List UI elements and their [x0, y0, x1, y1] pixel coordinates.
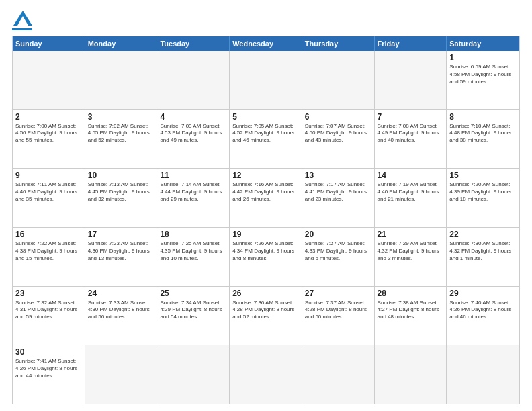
day-number: 7: [378, 112, 444, 122]
day-info: Sunrise: 7:32 AM Sunset: 4:31 PM Dayligh…: [15, 300, 82, 321]
day-info: Sunrise: 7:03 AM Sunset: 4:53 PM Dayligh…: [160, 123, 226, 144]
day-info: Sunrise: 7:20 AM Sunset: 4:39 PM Dayligh…: [449, 181, 517, 203]
calendar-cell: 18Sunrise: 7:25 AM Sunset: 4:35 PM Dayli…: [157, 228, 230, 286]
logo: [12, 12, 32, 30]
calendar-cell: 1Sunrise: 6:59 AM Sunset: 4:58 PM Daylig…: [447, 51, 519, 109]
calendar-cell: [375, 51, 447, 109]
day-info: Sunrise: 6:59 AM Sunset: 4:58 PM Dayligh…: [449, 64, 517, 85]
calendar-cell: 24Sunrise: 7:33 AM Sunset: 4:30 PM Dayli…: [85, 287, 158, 345]
calendar-cell: 29Sunrise: 7:40 AM Sunset: 4:26 PM Dayli…: [447, 287, 519, 345]
day-number: 1: [449, 53, 517, 62]
calendar-row-4: 23Sunrise: 7:32 AM Sunset: 4:31 PM Dayli…: [13, 287, 519, 346]
day-info: Sunrise: 7:16 AM Sunset: 4:42 PM Dayligh…: [232, 181, 299, 203]
calendar-cell: [13, 51, 85, 109]
calendar-cell: 7Sunrise: 7:08 AM Sunset: 4:49 PM Daylig…: [375, 110, 447, 169]
calendar-cell: 5Sunrise: 7:05 AM Sunset: 4:52 PM Daylig…: [230, 110, 302, 169]
calendar-cell: 9Sunrise: 7:11 AM Sunset: 4:46 PM Daylig…: [13, 169, 85, 227]
weekday-header-saturday: Saturday: [447, 36, 519, 51]
day-number: 2: [15, 112, 82, 122]
calendar-cell: 2Sunrise: 7:00 AM Sunset: 4:56 PM Daylig…: [13, 110, 85, 169]
calendar-cell: [85, 51, 158, 109]
calendar-row-5: 30Sunrise: 7:41 AM Sunset: 4:26 PM Dayli…: [13, 345, 519, 404]
calendar-cell: 8Sunrise: 7:10 AM Sunset: 4:48 PM Daylig…: [447, 110, 519, 169]
calendar-cell: [302, 51, 375, 109]
day-number: 16: [15, 230, 82, 239]
calendar-row-3: 16Sunrise: 7:22 AM Sunset: 4:38 PM Dayli…: [13, 228, 519, 287]
calendar-cell: 6Sunrise: 7:07 AM Sunset: 4:50 PM Daylig…: [302, 110, 375, 169]
weekday-header-tuesday: Tuesday: [157, 36, 230, 51]
day-number: 11: [160, 171, 226, 180]
calendar-body: 1Sunrise: 6:59 AM Sunset: 4:58 PM Daylig…: [13, 51, 519, 404]
calendar-cell: 4Sunrise: 7:03 AM Sunset: 4:53 PM Daylig…: [157, 110, 230, 169]
weekday-header-friday: Friday: [375, 36, 447, 51]
day-number: 25: [160, 289, 226, 298]
day-number: 14: [378, 171, 444, 180]
day-number: 20: [305, 230, 371, 239]
calendar-row-1: 2Sunrise: 7:00 AM Sunset: 4:56 PM Daylig…: [13, 110, 519, 169]
day-number: 12: [232, 171, 299, 180]
day-info: Sunrise: 7:34 AM Sunset: 4:29 PM Dayligh…: [160, 300, 226, 321]
day-number: 13: [305, 171, 371, 180]
calendar-cell: [85, 345, 158, 404]
day-info: Sunrise: 7:14 AM Sunset: 4:44 PM Dayligh…: [160, 181, 226, 203]
day-number: 27: [305, 289, 371, 298]
calendar-cell: 11Sunrise: 7:14 AM Sunset: 4:44 PM Dayli…: [157, 169, 230, 227]
calendar-cell: 22Sunrise: 7:30 AM Sunset: 4:32 PM Dayli…: [447, 228, 519, 286]
day-number: 18: [160, 230, 226, 239]
calendar: SundayMondayTuesdayWednesdayThursdayFrid…: [12, 36, 520, 404]
day-info: Sunrise: 7:17 AM Sunset: 4:41 PM Dayligh…: [305, 181, 371, 203]
day-number: 8: [449, 112, 517, 122]
day-number: 24: [88, 289, 154, 298]
day-info: Sunrise: 7:33 AM Sunset: 4:30 PM Dayligh…: [88, 300, 154, 321]
calendar-cell: 25Sunrise: 7:34 AM Sunset: 4:29 PM Dayli…: [157, 287, 230, 345]
calendar-cell: [375, 345, 447, 404]
calendar-cell: 14Sunrise: 7:19 AM Sunset: 4:40 PM Dayli…: [375, 169, 447, 227]
calendar-row-0: 1Sunrise: 6:59 AM Sunset: 4:58 PM Daylig…: [13, 51, 519, 110]
calendar-cell: 16Sunrise: 7:22 AM Sunset: 4:38 PM Dayli…: [13, 228, 85, 286]
day-info: Sunrise: 7:38 AM Sunset: 4:27 PM Dayligh…: [378, 300, 444, 321]
weekday-header-wednesday: Wednesday: [230, 36, 302, 51]
day-number: 30: [15, 347, 82, 357]
day-number: 21: [378, 230, 444, 239]
day-number: 26: [232, 289, 299, 298]
calendar-cell: [302, 345, 375, 404]
calendar-header: SundayMondayTuesdayWednesdayThursdayFrid…: [13, 36, 519, 51]
day-info: Sunrise: 7:00 AM Sunset: 4:56 PM Dayligh…: [15, 123, 82, 144]
day-info: Sunrise: 7:08 AM Sunset: 4:49 PM Dayligh…: [378, 123, 444, 144]
day-info: Sunrise: 7:25 AM Sunset: 4:35 PM Dayligh…: [160, 240, 226, 262]
weekday-header-thursday: Thursday: [302, 36, 375, 51]
day-info: Sunrise: 7:30 AM Sunset: 4:32 PM Dayligh…: [449, 240, 517, 262]
day-number: 28: [378, 289, 444, 298]
calendar-row-2: 9Sunrise: 7:11 AM Sunset: 4:46 PM Daylig…: [13, 169, 519, 228]
day-info: Sunrise: 7:11 AM Sunset: 4:46 PM Dayligh…: [15, 181, 82, 203]
day-number: 9: [15, 171, 82, 180]
calendar-cell: 26Sunrise: 7:36 AM Sunset: 4:28 PM Dayli…: [230, 287, 302, 345]
day-info: Sunrise: 7:36 AM Sunset: 4:28 PM Dayligh…: [232, 300, 299, 321]
calendar-cell: 28Sunrise: 7:38 AM Sunset: 4:27 PM Dayli…: [375, 287, 447, 345]
day-number: 29: [449, 289, 517, 298]
page: SundayMondayTuesdayWednesdayThursdayFrid…: [0, 0, 532, 411]
day-info: Sunrise: 7:29 AM Sunset: 4:32 PM Dayligh…: [378, 240, 444, 262]
calendar-cell: 20Sunrise: 7:27 AM Sunset: 4:33 PM Dayli…: [302, 228, 375, 286]
day-info: Sunrise: 7:23 AM Sunset: 4:36 PM Dayligh…: [88, 240, 154, 262]
day-info: Sunrise: 7:02 AM Sunset: 4:55 PM Dayligh…: [88, 123, 154, 144]
day-number: 5: [232, 112, 299, 122]
calendar-cell: 3Sunrise: 7:02 AM Sunset: 4:55 PM Daylig…: [85, 110, 158, 169]
day-info: Sunrise: 7:26 AM Sunset: 4:34 PM Dayligh…: [232, 240, 299, 262]
day-info: Sunrise: 7:37 AM Sunset: 4:28 PM Dayligh…: [305, 300, 371, 321]
calendar-cell: 10Sunrise: 7:13 AM Sunset: 4:45 PM Dayli…: [85, 169, 158, 227]
logo-underline: [12, 28, 32, 30]
day-number: 4: [160, 112, 226, 122]
day-info: Sunrise: 7:41 AM Sunset: 4:26 PM Dayligh…: [15, 358, 82, 379]
calendar-cell: 21Sunrise: 7:29 AM Sunset: 4:32 PM Dayli…: [375, 228, 447, 286]
calendar-cell: [447, 345, 519, 404]
day-number: 22: [449, 230, 517, 239]
day-number: 23: [15, 289, 82, 298]
day-number: 17: [88, 230, 154, 239]
day-info: Sunrise: 7:13 AM Sunset: 4:45 PM Dayligh…: [88, 181, 154, 203]
day-number: 15: [449, 171, 517, 180]
day-number: 3: [88, 112, 154, 122]
calendar-cell: 15Sunrise: 7:20 AM Sunset: 4:39 PM Dayli…: [447, 169, 519, 227]
calendar-cell: [157, 51, 230, 109]
day-info: Sunrise: 7:19 AM Sunset: 4:40 PM Dayligh…: [378, 181, 444, 203]
